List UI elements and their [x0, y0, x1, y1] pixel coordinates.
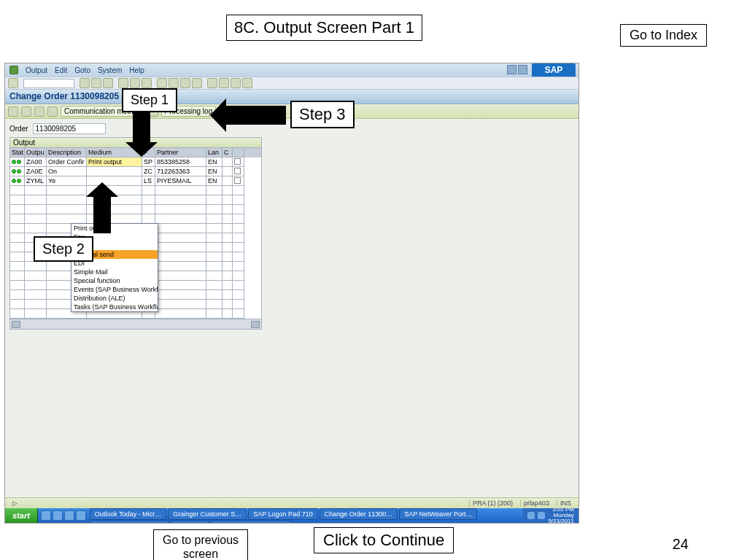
toolbar-icon[interactable]: [47, 106, 58, 117]
col-c: C: [222, 148, 233, 158]
back-icon[interactable]: [80, 78, 90, 88]
status-system: PRA (1) (200): [469, 499, 516, 507]
step3-arrowhead: [210, 98, 226, 132]
layout-icon[interactable]: [242, 78, 252, 88]
click-to-continue-button[interactable]: Click to Continue: [314, 527, 454, 553]
sap-icon: [9, 66, 18, 74]
maximize-icon[interactable]: [518, 65, 527, 74]
next-page-icon[interactable]: [180, 78, 190, 88]
command-field[interactable]: [23, 79, 74, 88]
order-field[interactable]: 1130098205: [33, 123, 106, 134]
window-controls: [507, 65, 527, 74]
find-next-icon[interactable]: [142, 78, 152, 88]
table-row[interactable]: ZA0EOnZC712263363EN: [10, 167, 261, 176]
col-description: Description: [47, 148, 87, 158]
taskbar-item[interactable]: Advanced SAP Traini…: [90, 520, 169, 523]
step1-callout: Step 1: [122, 88, 177, 112]
menu-system[interactable]: System: [98, 66, 122, 74]
taskbar-item[interactable]: SAP Logon Pad 710: [248, 508, 317, 520]
dropdown-option[interactable]: Tasks (SAP Business Workflow): [71, 303, 158, 311]
order-label: Order: [9, 125, 28, 133]
sap-screenshot: Output Edit Goto System Help SAP Change …: [4, 63, 579, 524]
taskbar-item[interactable]: SAP NetWeaver Port…: [399, 508, 477, 520]
tray-icon[interactable]: [527, 512, 535, 519]
col-check: [233, 148, 244, 158]
ql-icon[interactable]: [76, 510, 86, 521]
taskbar-item[interactable]: Tins Work: [170, 520, 209, 523]
dropdown-option[interactable]: Print output: [71, 224, 158, 233]
status-server: prlap403: [520, 499, 552, 507]
col-output: Outpu: [25, 148, 47, 158]
prev-page-icon[interactable]: [169, 78, 179, 88]
cancel-icon[interactable]: [103, 78, 113, 88]
exit-icon[interactable]: [91, 78, 101, 88]
table-row-empty[interactable]: [10, 205, 261, 214]
go-to-previous-button[interactable]: Go to previous screen: [153, 529, 248, 560]
ql-icon[interactable]: [53, 510, 63, 521]
help-icon[interactable]: [231, 78, 241, 88]
sap-statusbar: ▷ PRA (1) (200) prlap403 INS: [5, 497, 578, 508]
sap-standard-toolbar: [5, 77, 578, 90]
menu-output[interactable]: Output: [26, 66, 47, 74]
quick-launch: [38, 510, 89, 521]
horizontal-scrollbar[interactable]: [10, 319, 261, 329]
menu-edit[interactable]: Edit: [55, 66, 67, 74]
minimize-icon[interactable]: [507, 65, 516, 74]
step1-arrowhead: [125, 142, 158, 157]
tray-date: 5/23/2011: [548, 518, 574, 523]
save-icon[interactable]: [8, 78, 18, 88]
col-status: Stat: [10, 148, 25, 158]
scroll-right-icon[interactable]: [251, 321, 260, 328]
step2-arrow: [93, 197, 111, 233]
print-icon[interactable]: [118, 78, 128, 88]
sap-logo: SAP: [532, 63, 576, 77]
toolbar-icon[interactable]: [21, 106, 31, 117]
windows-taskbar: start Outlook Today - Micr…Grainger Cust…: [5, 508, 578, 523]
shortcut-icon[interactable]: [219, 78, 229, 88]
step3-callout: Step 3: [290, 101, 355, 128]
dropdown-option[interactable]: Distribution (ALE): [71, 294, 158, 303]
last-page-icon[interactable]: [192, 78, 202, 88]
page-number: 24: [673, 536, 689, 553]
menu-goto[interactable]: Goto: [74, 66, 90, 74]
step2-arrowhead: [86, 182, 118, 197]
find-icon[interactable]: [130, 78, 140, 88]
dropdown-option[interactable]: Special function: [71, 276, 158, 285]
ql-icon[interactable]: [41, 510, 51, 521]
start-button[interactable]: start: [5, 508, 38, 523]
system-tray[interactable]: 3:01 PM Monday 5/23/2011: [523, 508, 578, 523]
taskbar-item[interactable]: Grainger Customer S…: [168, 508, 247, 520]
ql-icon[interactable]: [64, 510, 74, 521]
col-language: Lan: [206, 148, 222, 158]
table-row[interactable]: ZYMLYeLSPIYESMAILEN: [10, 176, 261, 186]
toolbar-icon[interactable]: [8, 106, 18, 117]
go-to-index-button[interactable]: Go to Index: [620, 24, 707, 47]
step3-arrow: [226, 106, 286, 125]
taskbar-item[interactable]: Outlook Today - Micr…: [90, 508, 166, 520]
table-row-empty[interactable]: [10, 195, 261, 205]
taskbar-item[interactable]: Change Order 11300…: [320, 508, 398, 520]
dropdown-option[interactable]: Simple Mail: [71, 268, 158, 276]
dropdown-option[interactable]: Events (SAP Business Workflow): [71, 285, 158, 294]
table-row[interactable]: ZA00Order ConfirPrint outputSP853385258E…: [10, 158, 261, 167]
toolbar-icon[interactable]: [34, 106, 44, 117]
col-partner: Partner: [155, 148, 206, 158]
table-row-empty[interactable]: [10, 186, 261, 195]
sap-menu-bar: Output Edit Goto System Help: [5, 63, 578, 77]
menu-help[interactable]: Help: [129, 66, 144, 74]
step1-arrow: [133, 107, 150, 142]
create-session-icon[interactable]: [207, 78, 217, 88]
scroll-left-icon[interactable]: [12, 321, 20, 328]
status-ins: INS: [557, 499, 574, 507]
first-page-icon[interactable]: [157, 78, 167, 88]
slide-title: 8C. Output Screen Part 1: [226, 15, 422, 41]
tray-icon[interactable]: [538, 512, 545, 519]
step2-callout: Step 2: [34, 236, 93, 262]
taskbar-item[interactable]: Microsoft PowerPoint …: [211, 520, 291, 523]
